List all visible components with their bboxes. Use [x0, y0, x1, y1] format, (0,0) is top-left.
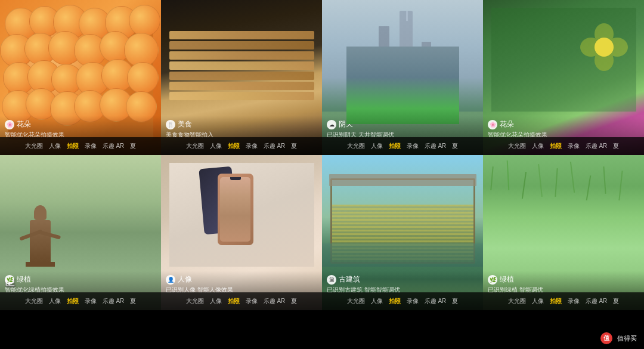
cell-4-tag-icon: 🌸 [488, 120, 497, 129]
cell-3-tag: ☁ 阴天 [327, 119, 478, 129]
cam-5-ar[interactable]: 乐趣 AR [103, 297, 125, 305]
cam-8-ar[interactable]: 乐趣 AR [586, 297, 608, 305]
photo-cell-2[interactable]: 🍴 美食 美食食物智能拍入 大光圈 人像 拍照 录像 乐趣 AR 夏 [161, 0, 322, 155]
cam-7-guangquan[interactable]: 大光圈 [347, 297, 365, 305]
cell-7-tag-label: 古建筑 [339, 274, 360, 285]
cam-6-luxiang[interactable]: 录像 [246, 297, 258, 305]
flowers-fg [322, 254, 483, 267]
cam-5-luxiang[interactable]: 录像 [85, 297, 97, 305]
phone-front [218, 174, 253, 245]
grass-texture [483, 155, 644, 267]
cam-6-paizao[interactable]: 拍照 [228, 297, 240, 305]
cam-5-extra[interactable]: 夏 [130, 297, 136, 305]
leaf-overlay [491, 8, 636, 112]
watermark-icon: 值 [600, 332, 612, 344]
food-items [169, 31, 314, 124]
cam-6-extra[interactable]: 夏 [291, 297, 297, 305]
cam-2-extra[interactable]: 夏 [291, 142, 297, 150]
cam-2-guangquan[interactable]: 大光圈 [186, 142, 204, 150]
cell-5-camera-bar: 大光圈 人像 拍照 录像 乐趣 AR 夏 [0, 292, 161, 310]
building-center [400, 11, 413, 112]
cell-3-tag-label: 阴天 [339, 119, 353, 129]
cam-8-luxiang[interactable]: 录像 [568, 297, 580, 305]
cell-1-tag-label: 花朵 [17, 119, 31, 129]
cam-5-guangquan[interactable]: 大光圈 [25, 297, 43, 305]
cell-7-camera-bar: 大光圈 人像 拍照 录像 乐趣 AR 夏 [322, 292, 483, 310]
photo-cell-6[interactable]: tE 👤 人像 已识别人像 智能人像效果 大光圈 人像 拍照 录像 乐趣 AR … [161, 155, 322, 310]
cam-7-renxiang[interactable]: 人像 [371, 297, 383, 305]
cell-8-tag-icon: 🌿 [488, 275, 497, 285]
cam-4-guangquan[interactable]: 大光圈 [508, 142, 526, 150]
cell-1-camera-bar: 大光圈 人像 拍照 录像 乐趣 AR 夏 [0, 137, 161, 155]
cam-4-ar[interactable]: 乐趣 AR [586, 142, 608, 150]
cam-4-renxiang[interactable]: 人像 [532, 142, 544, 150]
cam-1-guangquan[interactable]: 大光圈 [25, 142, 43, 150]
cell-5-tag: 🌿 绿植 [5, 274, 156, 285]
cell-1-tag: 🌸 花朵 [5, 119, 156, 129]
cam-3-ar[interactable]: 乐趣 AR [425, 142, 447, 150]
cell-2-camera-bar: 大光圈 人像 拍照 录像 乐趣 AR 夏 [161, 137, 322, 155]
photo-cell-1[interactable]: 🌸 花朵 智能优化花朵拍摄效果 大光圈 人像 拍照 录像 乐趣 AR 夏 [0, 0, 161, 155]
cam-4-paizao[interactable]: 拍照 [550, 142, 562, 150]
photo-cell-5[interactable]: tE 🌿 绿植 智能优化绿植拍摄效果 大光圈 人像 拍照 录像 乐趣 AR 夏 [0, 155, 161, 310]
cam-1-paizao[interactable]: 拍照 [67, 142, 79, 150]
cell-8-tag-label: 绿植 [500, 274, 514, 285]
cell-8-camera-bar: 大光圈 人像 拍照 录像 乐趣 AR 夏 [483, 292, 644, 310]
photo-cell-8[interactable]: 🌿 绿植 已识别绿植 智能调优 大光圈 人像 拍照 录像 乐趣 AR 夏 [483, 155, 644, 310]
cam-2-paizao[interactable]: 拍照 [228, 142, 240, 150]
cam-8-guangquan[interactable]: 大光圈 [508, 297, 526, 305]
photo-cell-7[interactable]: 🏛 古建筑 已识别古建筑 智能智能调优 大光圈 人像 拍照 录像 乐趣 AR 夏 [322, 155, 483, 310]
watermark-text: 值得买 [615, 333, 639, 344]
cell-6-tag: 👤 人像 [166, 274, 317, 285]
cam-3-paizao[interactable]: 拍照 [389, 142, 401, 150]
cam-8-renxiang[interactable]: 人像 [532, 297, 544, 305]
cam-5-paizao[interactable]: 拍照 [67, 297, 79, 305]
cell-4-tag-label: 花朵 [500, 119, 514, 129]
cell-2-tag-label: 美食 [178, 119, 192, 129]
cell-4-tag: 🌸 花朵 [488, 119, 639, 129]
cam-3-luxiang[interactable]: 录像 [407, 142, 419, 150]
building-right [422, 42, 431, 112]
cell-6-tag-label: 人像 [178, 274, 192, 285]
cam-8-paizao[interactable]: 拍照 [550, 297, 562, 305]
cell-5-tag-icon: 🌿 [5, 275, 14, 285]
photo-grid: 🌸 花朵 智能优化花朵拍摄效果 大光圈 人像 拍照 录像 乐趣 AR 夏 [0, 0, 644, 310]
person-silhouette [367, 104, 370, 112]
cell-5-tag-label: 绿植 [17, 274, 31, 285]
cam-6-guangquan[interactable]: 大光圈 [186, 297, 204, 305]
photo-cell-4[interactable]: 🌸 花朵 智能优化花朵拍摄效果 大光圈 人像 拍照 录像 乐趣 AR 夏 [483, 0, 644, 155]
cam-7-paizao[interactable]: 拍照 [389, 297, 401, 305]
cell-7-tag-icon: 🏛 [327, 275, 336, 285]
cam-7-luxiang[interactable]: 录像 [407, 297, 419, 305]
building-left [379, 26, 389, 112]
cell-3-camera-bar: 大光圈 人像 拍照 录像 乐趣 AR 夏 [322, 137, 483, 155]
cam-3-guangquan[interactable]: 大光圈 [347, 142, 365, 150]
cam-3-renxiang[interactable]: 人像 [371, 142, 383, 150]
cam-5-renxiang[interactable]: 人像 [49, 297, 61, 305]
cell-3-tag-icon: ☁ [327, 120, 336, 129]
cam-3-extra[interactable]: 夏 [452, 142, 458, 150]
cam-1-renxiang[interactable]: 人像 [49, 142, 61, 150]
cam-6-renxiang[interactable]: 人像 [210, 297, 222, 305]
cam-2-ar[interactable]: 乐趣 AR [264, 142, 286, 150]
cell-2-tag-icon: 🍴 [166, 120, 175, 129]
cam-4-luxiang[interactable]: 录像 [568, 142, 580, 150]
cell-6-tag-icon: 👤 [166, 275, 175, 285]
cam-4-extra[interactable]: 夏 [613, 142, 619, 150]
cam-1-luxiang[interactable]: 录像 [85, 142, 97, 150]
cam-2-luxiang[interactable]: 录像 [246, 142, 258, 150]
cam-1-ar[interactable]: 乐趣 AR [103, 142, 125, 150]
cell-6-camera-bar: 大光圈 人像 拍照 录像 乐趣 AR 夏 [161, 292, 322, 310]
cam-7-extra[interactable]: 夏 [452, 297, 458, 305]
cell-7-tag: 🏛 古建筑 [327, 274, 478, 285]
cam-7-ar[interactable]: 乐趣 AR [425, 297, 447, 305]
watermark: 值 值得买 [600, 332, 639, 344]
cell-4-camera-bar: 大光圈 人像 拍照 录像 乐趣 AR 夏 [483, 137, 644, 155]
cam-2-renxiang[interactable]: 人像 [210, 142, 222, 150]
cam-6-ar[interactable]: 乐趣 AR [264, 297, 286, 305]
cam-1-extra[interactable]: 夏 [130, 142, 136, 150]
cell-1-tag-icon: 🌸 [5, 120, 14, 129]
cam-8-extra[interactable]: 夏 [613, 297, 619, 305]
photo-cell-3[interactable]: ☁ 阴天 已识别阴天 天井智能调优 大光圈 人像 拍照 录像 乐趣 AR 夏 [322, 0, 483, 155]
cell-2-tag: 🍴 美食 [166, 119, 317, 129]
